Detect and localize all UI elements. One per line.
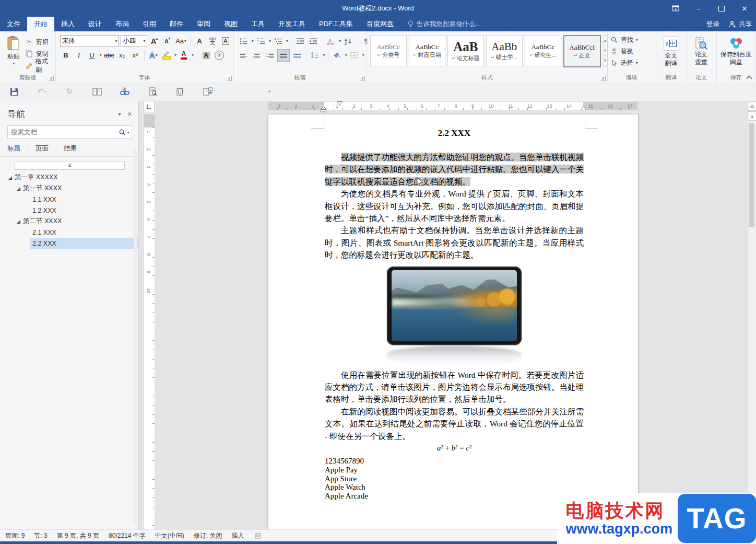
superscript-button[interactable]: x²: [129, 50, 141, 61]
styles-gallery-more-button[interactable]: ▼: [604, 56, 607, 66]
caret-expanded-icon[interactable]: ◢: [17, 219, 23, 224]
status-insert-mode[interactable]: 插入: [231, 531, 244, 540]
align-left-button[interactable]: [238, 50, 250, 61]
style-card[interactable]: AaBbCc ↵封面日期: [409, 35, 445, 66]
redo-button[interactable]: ↻: [63, 85, 76, 98]
font-dialog-launcher[interactable]: [227, 76, 232, 81]
caret-expanded-icon[interactable]: ◢: [8, 175, 15, 180]
character-shading-button[interactable]: A: [200, 50, 212, 61]
status-page[interactable]: 页面: 9: [5, 531, 25, 540]
shading-button[interactable]: [332, 50, 343, 61]
decrease-indent-button[interactable]: [294, 36, 306, 47]
attachment-icon[interactable]: [173, 85, 187, 98]
style-card[interactable]: AaBbCc ↵研究生...: [525, 35, 561, 66]
split-view-button[interactable]: [748, 101, 756, 111]
search-icon[interactable]: [118, 128, 127, 136]
send-document-icon[interactable]: [201, 85, 215, 98]
shrink-font-button[interactable]: A▼: [162, 36, 173, 47]
horizontal-ruler[interactable]: 3 2 1 1 2 3 4 5 6 7 8 9 10 11 12 13 14 1…: [268, 102, 637, 111]
qat-customize-icon[interactable]: ▾: [263, 85, 276, 98]
font-size-combo[interactable]: 小四▾: [121, 35, 147, 47]
status-section[interactable]: 节: 3: [34, 531, 47, 540]
character-border-button[interactable]: A: [220, 36, 231, 47]
find-button[interactable]: 查找▾: [610, 34, 654, 45]
underline-dropdown-icon[interactable]: ▾: [100, 53, 102, 57]
tree-item-section1[interactable]: ◢第一节 XXXX: [0, 183, 138, 194]
full-text-translate-button[interactable]: a中 全文翻译: [658, 33, 684, 67]
hyperlink-icon[interactable]: [118, 85, 132, 98]
align-center-button[interactable]: [251, 50, 263, 61]
tab-review[interactable]: 审阅: [190, 17, 217, 31]
status-word-count[interactable]: 80/2214 个字: [109, 531, 146, 540]
phonetic-guide-button[interactable]: wén文: [207, 36, 218, 47]
clipboard-dialog-launcher[interactable]: [49, 76, 54, 81]
right-indent-marker[interactable]: [581, 106, 586, 110]
navigation-options-icon[interactable]: ▾: [118, 111, 121, 118]
jump-to-top-bar[interactable]: [15, 161, 125, 170]
tab-insert[interactable]: 插入: [54, 17, 81, 31]
style-card[interactable]: AaBb ↵硕士学...: [486, 35, 523, 66]
borders-button[interactable]: [349, 50, 360, 61]
paste-dropdown-icon[interactable]: ▾: [13, 61, 15, 66]
numbering-button[interactable]: [255, 36, 267, 47]
styles-scroll-up-button[interactable]: ▲: [604, 36, 607, 45]
tree-item-2-1[interactable]: 2.1 XXX: [0, 227, 138, 238]
bold-button[interactable]: B: [60, 50, 72, 61]
enclose-characters-button[interactable]: 字: [214, 50, 225, 61]
scrollbar-thumb[interactable]: [749, 123, 754, 227]
maximize-button[interactable]: [710, 0, 733, 17]
print-preview-icon[interactable]: [146, 85, 159, 98]
sort-button[interactable]: AZ: [342, 36, 354, 47]
tell-me-box[interactable]: 告诉我您想要做什么...: [408, 17, 481, 31]
tab-mailings[interactable]: 邮件: [163, 17, 190, 31]
scroll-up-button[interactable]: ▲: [748, 111, 756, 121]
close-button[interactable]: ✕: [733, 0, 756, 17]
paste-button[interactable]: 粘贴 ▾: [2, 33, 25, 74]
minimize-button[interactable]: –: [687, 0, 710, 17]
collapse-ribbon-icon[interactable]: [746, 75, 753, 80]
styles-scroll-down-button[interactable]: ▼: [604, 45, 607, 55]
caret-expanded-icon[interactable]: ◢: [17, 186, 23, 191]
multilevel-list-button[interactable]: [273, 36, 284, 47]
status-language[interactable]: 中文(中国): [155, 531, 184, 540]
tree-item-chapter1[interactable]: ◢第一章 XXXXX: [0, 172, 138, 183]
font-name-combo[interactable]: 宋体▾: [60, 35, 120, 47]
strikethrough-button[interactable]: abc: [103, 50, 115, 61]
document-page[interactable]: 2.2 XXX 视频提供了功能强大的方法帮助您证明您的观点。当您单击联机视频时，…: [268, 114, 639, 530]
tab-design[interactable]: 设计: [81, 17, 109, 31]
tree-item-1-1[interactable]: 1.1 XXX: [0, 194, 138, 205]
save-button[interactable]: [7, 85, 21, 98]
replace-button[interactable]: abac 替换: [610, 46, 654, 56]
select-button[interactable]: 选择▾: [610, 57, 654, 68]
tab-developer[interactable]: 开发工具: [271, 17, 312, 31]
highlight-color-button[interactable]: [161, 50, 172, 61]
undo-button[interactable]: ↶▾: [35, 85, 49, 98]
tab-references[interactable]: 引用: [136, 17, 163, 31]
navigation-close-icon[interactable]: ✕: [127, 111, 132, 118]
cut-button[interactable]: ✂ 剪切: [25, 37, 53, 47]
font-color-button[interactable]: A: [178, 50, 190, 61]
tab-layout[interactable]: 布局: [109, 17, 136, 31]
vertical-scrollbar[interactable]: ▲: [747, 101, 756, 530]
text-effects-button[interactable]: A▾: [148, 50, 159, 61]
ribbon-display-options-icon[interactable]: [664, 0, 687, 17]
tab-home[interactable]: 开始: [27, 17, 54, 31]
tab-file[interactable]: 文件: [0, 17, 27, 31]
paper-check-button[interactable]: 论文查重: [689, 33, 714, 66]
tab-tools[interactable]: 工具: [244, 17, 271, 31]
increase-indent-button[interactable]: [308, 36, 319, 47]
search-dropdown-icon[interactable]: ▾: [127, 130, 129, 135]
justify-button[interactable]: [277, 49, 290, 62]
nav-scrollbar[interactable]: [134, 148, 137, 525]
status-page-of[interactable]: 第 9 页, 共 9 页: [57, 531, 99, 540]
macro-record-icon[interactable]: [253, 531, 262, 540]
change-case-button[interactable]: Aa▾: [175, 36, 186, 47]
nav-tab-headings[interactable]: 标题: [7, 144, 28, 153]
bullets-button[interactable]: [238, 36, 250, 47]
clear-formatting-button[interactable]: A: [194, 36, 205, 47]
tree-item-section2[interactable]: ◢第二节 XXXX: [0, 216, 138, 227]
side-by-side-view-icon[interactable]: [90, 85, 104, 98]
styles-dialog-launcher[interactable]: [600, 76, 606, 81]
nav-tab-pages[interactable]: 页面: [28, 144, 56, 153]
tree-item-1-2[interactable]: 1.2 XXX: [0, 205, 138, 216]
